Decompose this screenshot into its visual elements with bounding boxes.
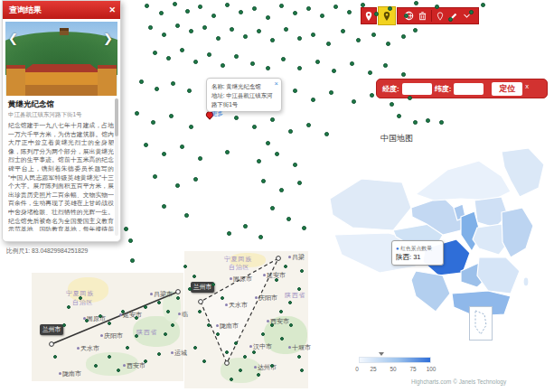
map-marker[interactable] [162,33,166,37]
photo-next-button[interactable]: ❯ [103,32,113,45]
panel-close-icon[interactable]: ✕ [108,1,116,19]
locate-bar-close-icon[interactable]: x [525,82,529,90]
map-marker[interactable] [252,350,256,354]
map-marker[interactable] [243,34,248,39]
map-marker[interactable] [171,81,175,86]
map-marker[interactable] [153,51,157,55]
map-marker[interactable] [189,125,193,129]
map-marker[interactable] [183,265,187,268]
map-marker[interactable] [184,213,189,218]
map-marker[interactable] [157,301,161,304]
map-marker[interactable] [281,57,286,61]
map-marker[interactable] [371,33,376,37]
map-marker[interactable] [130,258,135,263]
map-marker[interactable] [386,42,390,46]
map-marker[interactable] [257,159,261,163]
map-marker[interactable] [404,14,408,18]
map-marker[interactable] [293,163,297,167]
map-marker[interactable] [311,33,315,37]
map-marker[interactable] [207,52,211,57]
map-marker[interactable] [297,181,302,185]
map-marker[interactable] [108,355,111,359]
map-marker[interactable] [53,355,57,359]
map-marker[interactable] [293,89,297,93]
map-marker[interactable] [284,27,288,32]
map-marker[interactable] [144,359,147,363]
panel-scrollbar-thumb[interactable] [115,98,118,136]
map-marker[interactable] [320,14,324,18]
map-marker[interactable] [234,54,239,59]
map-marker[interactable] [370,93,374,98]
map-marker[interactable] [79,296,82,300]
map-marker[interactable] [221,296,224,300]
map-marker[interactable] [225,350,229,354]
map-marker[interactable] [180,145,184,149]
map-marker[interactable] [175,23,180,28]
map-marker[interactable] [279,310,283,313]
map-marker[interactable] [352,99,356,104]
map-marker[interactable] [481,3,485,7]
map-marker[interactable] [162,152,166,156]
map-marker[interactable] [211,283,215,286]
map-marker[interactable] [230,27,234,32]
map-marker[interactable] [128,238,133,243]
map-marker[interactable] [176,296,180,300]
map-marker[interactable] [193,346,197,350]
map-marker[interactable] [270,206,275,210]
map-marker[interactable] [211,14,216,18]
map-marker[interactable] [135,316,138,320]
map-marker[interactable] [193,60,198,64]
map-marker[interactable] [297,287,301,291]
map-marker[interactable] [257,373,260,377]
map-marker[interactable] [275,278,278,282]
map-marker[interactable] [135,334,138,338]
map-marker[interactable] [270,38,275,42]
map-marker[interactable] [159,11,164,15]
map-marker[interactable] [166,310,170,313]
map-marker[interactable] [297,66,302,70]
map-marker[interactable] [300,369,304,372]
map-marker[interactable] [439,120,444,125]
map-marker[interactable] [202,359,206,363]
map-marker[interactable] [230,378,233,381]
map-marker[interactable] [300,269,304,273]
map-marker[interactable] [169,114,174,118]
map-marker[interactable] [388,6,392,11]
map-marker[interactable] [216,36,221,41]
map-marker[interactable] [139,79,144,84]
pin-tool-button[interactable] [435,11,446,22]
map-marker[interactable] [306,123,311,127]
map-marker[interactable] [408,96,412,100]
map-marker[interactable] [284,265,287,268]
map-marker[interactable] [171,323,174,327]
map-marker[interactable] [67,305,70,309]
map-marker[interactable] [257,29,261,33]
map-marker[interactable] [333,5,338,9]
map-marker[interactable] [108,322,111,325]
map-marker[interactable] [153,174,157,179]
map-marker[interactable] [401,34,406,39]
map-marker[interactable] [162,204,166,209]
map-marker[interactable] [252,6,257,11]
map-marker[interactable] [239,369,242,372]
map-marker[interactable] [198,5,202,9]
map-marker[interactable] [216,332,220,336]
map-marker[interactable] [435,5,439,9]
map-marker[interactable] [145,4,149,8]
map-marker[interactable] [193,177,198,182]
map-marker[interactable] [135,111,139,116]
map-marker[interactable] [266,66,270,70]
map-marker[interactable] [297,355,301,359]
map-marker[interactable] [413,28,418,33]
map-marker[interactable] [361,3,365,7]
map-marker[interactable] [166,56,171,61]
map-marker[interactable] [258,235,263,239]
marker-tool-active-button[interactable] [378,6,396,25]
tooltip-close-icon[interactable]: × [275,79,278,89]
map-marker[interactable] [180,48,184,52]
map-marker[interactable] [227,231,231,236]
map-marker[interactable] [173,2,177,6]
map-marker[interactable] [252,125,257,129]
map-marker[interactable] [279,188,284,192]
map-marker[interactable] [221,63,225,68]
